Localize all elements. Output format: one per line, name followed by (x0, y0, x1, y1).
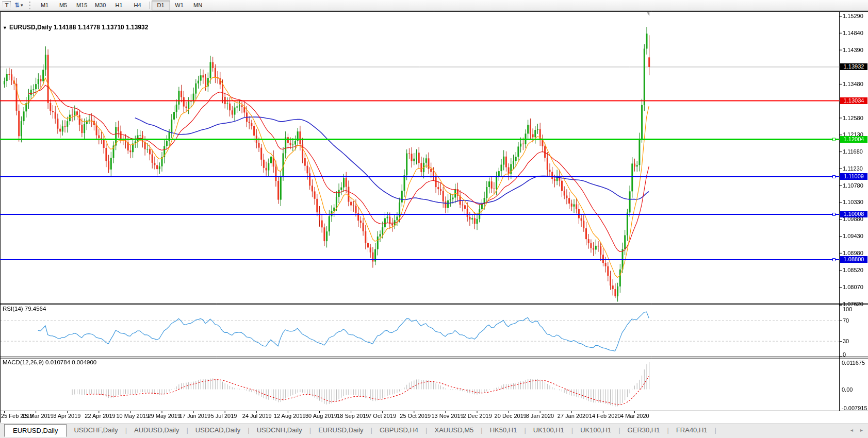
chart-ohlc-text: EURUSD,Daily 1.14188 1.14778 1.13710 1.1… (9, 24, 149, 31)
macd-indicator-label: MACD(12,26,9) 0.010784 0.004900 (3, 359, 96, 365)
tab-ger30-h1[interactable]: GER30,H1 (620, 424, 667, 435)
date-label: 4 Mar 2020 (620, 413, 649, 419)
date-label: 30 Aug 2019 (305, 413, 337, 419)
tab-fra40-h1[interactable]: FRA40,H1 (669, 424, 715, 435)
date-label: 5 Jul 2019 (211, 413, 237, 419)
date-label: 18 Sep 2019 (337, 413, 369, 419)
rsi-axis-label: 30 (843, 338, 849, 344)
date-label: 2 Dec 2019 (463, 413, 492, 419)
date-label: 15 Mar 2019 (22, 413, 54, 419)
chart-tab-bar: EURUSD,DailyUSDCHF,Daily|AUDUSD,Daily|US… (0, 424, 868, 438)
timeframe-button-w1[interactable]: W1 (170, 1, 189, 10)
timeframe-button-m30[interactable]: M30 (91, 1, 110, 10)
date-label: 17 Jun 2019 (179, 413, 211, 419)
timeframe-button-m5[interactable]: M5 (54, 1, 73, 10)
price-tick-label: 1.08520 (843, 267, 863, 273)
date-label: 27 Jan 2020 (558, 413, 589, 419)
price-tick-label: 1.12580 (843, 115, 863, 121)
top-toolbar: T ⇅ ▾ M1M5M15M30H1H4D1W1MN (0, 0, 868, 11)
tab-usdcnh-daily[interactable]: USDCNH,Daily (250, 424, 309, 435)
tab-eurusd-daily[interactable]: EURUSD,Daily (4, 424, 67, 437)
timeframe-button-m15[interactable]: M15 (73, 1, 91, 10)
price-tick-label: 1.08980 (843, 250, 863, 256)
timeframe-button-mn[interactable]: MN (189, 1, 207, 10)
price-line-badge[interactable]: 1.12004 (840, 136, 867, 143)
price-line-badge[interactable]: 1.11009 (840, 173, 867, 180)
cursor-style-tool-button[interactable]: ⇅ ▾ (12, 1, 26, 10)
price-tick-label: 1.14840 (843, 30, 863, 36)
macd-axis-label: -0.007915 (842, 405, 867, 411)
date-label: 20 Dec 2019 (495, 413, 527, 419)
price-line-badge[interactable]: 1.13034 (840, 97, 867, 104)
tab-eurusd-daily[interactable]: EURUSD,Daily (311, 424, 370, 435)
rsi-axis-label: 100 (843, 306, 852, 312)
rsi-axis-label: 0 (843, 351, 846, 358)
chart-tabs: EURUSD,DailyUSDCHF,Daily|AUDUSD,Daily|US… (0, 424, 716, 437)
timeframe-button-group: M1M5M15M30H1H4D1W1MN (36, 1, 207, 10)
date-label: 7 Oct 2019 (368, 413, 396, 419)
price-tick-label: 1.15290 (843, 13, 863, 19)
price-tick-label: 1.10780 (843, 182, 863, 189)
tab-usdchf-daily[interactable]: USDCHF,Daily (67, 424, 125, 435)
tab-hk50-h1[interactable]: HK50,H1 (483, 424, 525, 435)
text-tool-icon: T (5, 2, 9, 8)
rsi-indicator-label: RSI(14) 79.4564 (3, 306, 46, 312)
tab-scroll-left-icon[interactable]: ◂ (850, 427, 853, 433)
tab-scroll-arrows: ◂ ▸ (850, 424, 863, 433)
date-label: 8 Jan 2020 (526, 413, 554, 419)
tab-gbpusd-h4[interactable]: GBPUSD,H4 (372, 424, 425, 435)
date-label: 10 May 2019 (116, 413, 149, 419)
date-label: 29 May 2019 (148, 413, 181, 419)
tab-scroll-right-icon[interactable]: ▸ (860, 427, 863, 433)
timeframe-button-h1[interactable]: H1 (110, 1, 128, 10)
tab-usdcad-daily[interactable]: USDCAD,Daily (188, 424, 248, 435)
price-chart-canvas[interactable] (0, 11, 868, 424)
price-line-badge[interactable]: 1.08800 (840, 256, 867, 263)
chart-title[interactable]: ▼EURUSD,Daily 1.14188 1.14778 1.13710 1.… (3, 24, 148, 31)
date-label: 13 Nov 2019 (431, 413, 463, 419)
chevron-down-icon: ▾ (21, 3, 23, 8)
date-label: 25 Oct 2019 (400, 413, 431, 419)
price-tick-label: 1.11230 (843, 165, 863, 172)
price-line-badge[interactable]: 1.10008 (840, 211, 867, 217)
price-tick-label: 1.08070 (843, 284, 863, 290)
macd-axis-label: 0.011675 (842, 360, 865, 366)
tab-xauusd-m5[interactable]: XAUUSD,M5 (427, 424, 481, 435)
date-label: 14 Feb 2020 (589, 413, 621, 419)
tab-uk100-h1[interactable]: UK100,H1 (526, 424, 571, 435)
tab-uk100-h1[interactable]: UK100,H1 (573, 424, 618, 435)
arrows-icon: ⇅ (14, 2, 20, 9)
date-label: 3 Apr 2019 (53, 413, 80, 419)
chart-dropdown-caret: ▼ (3, 25, 7, 30)
price-tick-label: 1.10330 (843, 199, 863, 205)
timeframe-button-h4[interactable]: H4 (128, 1, 147, 10)
tab-separator: | (715, 424, 716, 434)
chart-window: ▼EURUSD,Daily 1.14188 1.14778 1.13710 1.… (0, 11, 868, 424)
toolbar-grip (29, 2, 32, 9)
timeframe-button-d1[interactable]: D1 (152, 1, 170, 10)
date-label: 12 Aug 2019 (274, 413, 306, 419)
text-label-tool-button[interactable]: T (3, 1, 11, 9)
rsi-axis-label: 70 (843, 317, 849, 324)
date-label: 22 Apr 2019 (85, 413, 115, 419)
macd-axis-label: 0.00 (842, 386, 853, 393)
price-tick-label: 1.14390 (843, 47, 863, 53)
price-tick-label: 1.11680 (843, 148, 863, 155)
price-tick-label: 1.13480 (843, 81, 863, 87)
timeframe-button-m1[interactable]: M1 (36, 1, 54, 10)
date-label: 24 Jul 2019 (242, 413, 272, 419)
tab-audusd-daily[interactable]: AUDUSD,Daily (127, 424, 186, 435)
toolbar-separator (149, 2, 150, 9)
price-tick-label: 1.09430 (843, 233, 863, 239)
price-line-badge: 1.13932 (840, 63, 867, 70)
